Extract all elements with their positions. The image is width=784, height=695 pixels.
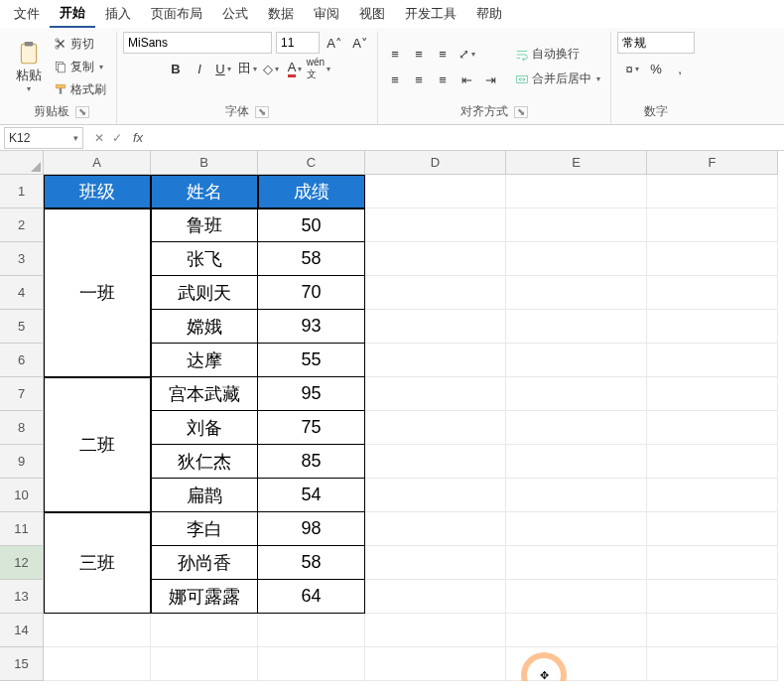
cell-F12[interactable]: [647, 546, 778, 580]
cell-F15[interactable]: [647, 647, 778, 681]
cell-D2[interactable]: [365, 208, 506, 242]
cell-A11-merged[interactable]: 三班: [44, 512, 151, 614]
cell-D7[interactable]: [365, 377, 506, 411]
cell-F14[interactable]: [647, 614, 778, 647]
cell-E12[interactable]: [506, 546, 647, 580]
cell-E1[interactable]: [506, 175, 647, 208]
row-header-9[interactable]: 9: [0, 445, 44, 479]
cell-E3[interactable]: [506, 242, 647, 276]
cell-F3[interactable]: [647, 242, 778, 276]
col-header-C[interactable]: C: [258, 151, 365, 175]
cell-B12[interactable]: 孙尚香: [151, 546, 258, 580]
cell-B15[interactable]: [151, 647, 258, 681]
cell-C8[interactable]: 75: [258, 411, 365, 445]
comma-button[interactable]: ,: [669, 58, 691, 79]
row-header-6[interactable]: 6: [0, 344, 44, 377]
percent-button[interactable]: %: [645, 58, 667, 79]
cell-C6[interactable]: 55: [258, 344, 365, 377]
row-header-2[interactable]: 2: [0, 208, 44, 242]
cell-B8[interactable]: 刘备: [151, 411, 258, 445]
cell-C4[interactable]: 70: [258, 276, 365, 310]
cell-B13[interactable]: 娜可露露: [151, 580, 258, 614]
row-header-1[interactable]: 1: [0, 175, 44, 208]
row-header-4[interactable]: 4: [0, 276, 44, 310]
spreadsheet-grid[interactable]: ABCDEF 123456789101112131415 班级姓名成绩鲁班50张…: [0, 151, 784, 681]
cell-B2[interactable]: 鲁班: [151, 208, 258, 242]
phonetic-button[interactable]: wén文: [308, 58, 329, 79]
cell-B1[interactable]: 姓名: [151, 175, 258, 208]
menu-item-3[interactable]: 页面布局: [141, 1, 212, 27]
cut-button[interactable]: 剪切: [50, 34, 110, 55]
cell-B10[interactable]: 扁鹊: [151, 479, 258, 512]
cell-E9[interactable]: [506, 445, 647, 479]
font-size-select[interactable]: [276, 32, 320, 54]
align-middle-button[interactable]: ≡: [408, 43, 430, 65]
cell-E2[interactable]: [506, 208, 647, 242]
cell-D3[interactable]: [365, 242, 506, 276]
cell-F7[interactable]: [647, 377, 778, 411]
cell-F11[interactable]: [647, 512, 778, 546]
col-header-E[interactable]: E: [506, 151, 647, 175]
cell-A2-merged[interactable]: 一班: [44, 208, 151, 377]
cell-C7[interactable]: 95: [258, 377, 365, 411]
cell-C14[interactable]: [258, 614, 365, 647]
indent-decrease-button[interactable]: ⇤: [456, 69, 477, 90]
cell-D12[interactable]: [365, 546, 506, 580]
menu-item-0[interactable]: 文件: [4, 1, 50, 27]
menu-item-6[interactable]: 审阅: [304, 1, 349, 27]
underline-button[interactable]: U: [212, 58, 234, 79]
orientation-button[interactable]: ⤢: [456, 43, 477, 65]
cell-F10[interactable]: [647, 479, 778, 512]
cell-E11[interactable]: [506, 512, 647, 546]
select-all-corner[interactable]: [0, 151, 44, 175]
row-header-14[interactable]: 14: [0, 614, 44, 647]
cell-C12[interactable]: 58: [258, 546, 365, 580]
cell-F5[interactable]: [647, 310, 778, 344]
bold-button[interactable]: B: [165, 58, 187, 79]
cell-C3[interactable]: 58: [258, 242, 365, 276]
currency-button[interactable]: ¤: [621, 58, 643, 79]
cell-B11[interactable]: 李白: [151, 512, 258, 546]
row-header-13[interactable]: 13: [0, 580, 44, 614]
row-header-5[interactable]: 5: [0, 310, 44, 344]
wrap-text-button[interactable]: 自动换行: [511, 44, 604, 65]
cell-B14[interactable]: [151, 614, 258, 647]
cell-F9[interactable]: [647, 445, 778, 479]
cell-D15[interactable]: [365, 647, 506, 681]
row-header-12[interactable]: 12: [0, 546, 44, 580]
cell-D10[interactable]: [365, 479, 506, 512]
merge-center-button[interactable]: 合并后居中: [511, 69, 604, 89]
cell-D14[interactable]: [365, 614, 506, 647]
cell-F2[interactable]: [647, 208, 778, 242]
cell-E5[interactable]: [506, 310, 647, 344]
font-name-select[interactable]: [123, 32, 272, 54]
cell-B7[interactable]: 宫本武藏: [151, 377, 258, 411]
row-header-11[interactable]: 11: [0, 512, 44, 546]
align-right-button[interactable]: ≡: [432, 69, 454, 90]
font-dialog-launcher[interactable]: ⬊: [255, 106, 269, 118]
fill-color-button[interactable]: ◇: [260, 58, 282, 79]
menu-item-9[interactable]: 帮助: [466, 1, 512, 27]
cell-D4[interactable]: [365, 276, 506, 310]
cell-B6[interactable]: 达摩: [151, 344, 258, 377]
menu-item-4[interactable]: 公式: [212, 1, 258, 27]
align-top-button[interactable]: ≡: [384, 43, 406, 65]
menu-item-5[interactable]: 数据: [258, 1, 304, 27]
cell-E7[interactable]: [506, 377, 647, 411]
accept-formula-button[interactable]: ✓: [109, 131, 125, 145]
row-header-15[interactable]: 15: [0, 647, 44, 681]
cell-D5[interactable]: [365, 310, 506, 344]
cell-A14[interactable]: [44, 614, 151, 647]
align-center-button[interactable]: ≡: [408, 69, 430, 90]
row-header-10[interactable]: 10: [0, 479, 44, 512]
cell-C2[interactable]: 50: [258, 208, 365, 242]
border-button[interactable]: 田: [236, 58, 258, 79]
cell-D9[interactable]: [365, 445, 506, 479]
cell-F6[interactable]: [647, 344, 778, 377]
cancel-formula-button[interactable]: ✕: [91, 131, 107, 145]
menu-item-1[interactable]: 开始: [50, 0, 95, 28]
col-header-F[interactable]: F: [647, 151, 778, 175]
col-header-A[interactable]: A: [44, 151, 151, 175]
menu-item-2[interactable]: 插入: [95, 1, 141, 27]
cell-C13[interactable]: 64: [258, 580, 365, 614]
